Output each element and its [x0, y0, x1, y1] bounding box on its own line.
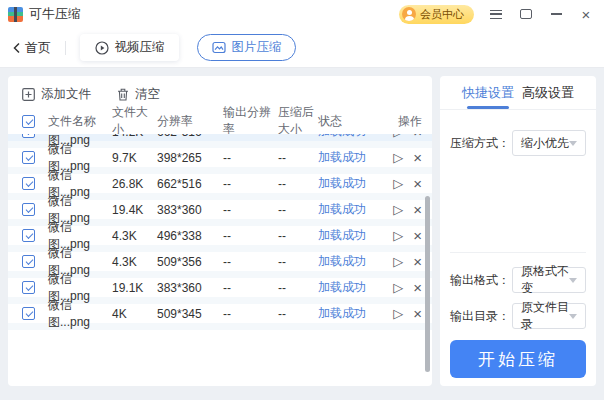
- file-size: 4.3K: [112, 229, 157, 243]
- output-format-value: 原格式不变: [521, 263, 569, 297]
- output-resolution: --: [223, 151, 278, 165]
- file-size: 19.1K: [112, 281, 157, 295]
- row-checkbox[interactable]: [22, 229, 35, 242]
- compressed-size: --: [278, 177, 318, 191]
- member-center-button[interactable]: 会员中心: [399, 5, 474, 24]
- preview-play-icon[interactable]: ▷: [393, 255, 403, 268]
- scrollbar-thumb[interactable]: [425, 196, 430, 372]
- file-resolution: 662*516: [157, 177, 223, 191]
- file-size: 4K: [112, 307, 157, 321]
- minimize-button[interactable]: [548, 6, 564, 22]
- status-link[interactable]: 加载成功: [318, 253, 376, 270]
- remove-file-icon[interactable]: ×: [413, 306, 422, 321]
- remove-file-icon[interactable]: ×: [413, 280, 422, 295]
- image-icon: [212, 41, 226, 54]
- settings-divider: [450, 252, 586, 253]
- preview-play-icon[interactable]: ▷: [393, 281, 403, 294]
- table-row[interactable]: 微信图...png 4K 509*345 -- -- 加载成功 ▷ ×: [8, 304, 432, 330]
- trash-icon: [117, 88, 129, 101]
- status-link[interactable]: 加载成功: [318, 175, 376, 192]
- output-format-select[interactable]: 原格式不变: [512, 267, 586, 293]
- tab-image-compress[interactable]: 图片压缩: [197, 34, 296, 61]
- status-link[interactable]: 加载成功: [318, 201, 376, 218]
- preview-play-icon[interactable]: ▷: [393, 203, 403, 216]
- preview-play-icon[interactable]: ▷: [393, 307, 403, 320]
- app-logo-icon: [8, 7, 23, 22]
- title-bar: 可牛压缩 会员中心 ×: [0, 0, 604, 28]
- app-title: 可牛压缩: [29, 5, 81, 23]
- row-checkbox[interactable]: [22, 255, 35, 268]
- compressed-size: --: [278, 203, 318, 217]
- file-resolution: 383*360: [157, 203, 223, 217]
- remove-file-icon[interactable]: ×: [413, 202, 422, 217]
- preview-play-icon[interactable]: ▷: [393, 134, 403, 138]
- remove-file-icon[interactable]: ×: [413, 150, 422, 165]
- chevron-down-icon: [569, 278, 577, 283]
- file-resolution: 383*360: [157, 281, 223, 295]
- settings-panel: 快捷设置 高级设置 压缩方式： 缩小优先 输出格式： 原格式不变: [440, 76, 596, 386]
- output-resolution: --: [223, 177, 278, 191]
- row-checkbox[interactable]: [22, 281, 35, 294]
- header-output-resolution: 输出分辨率: [223, 104, 278, 138]
- remove-file-icon[interactable]: ×: [413, 176, 422, 191]
- row-checkbox[interactable]: [22, 151, 35, 164]
- nav-bar: 首页 视频压缩 图片压缩: [0, 28, 604, 68]
- back-home-button[interactable]: 首页: [12, 39, 51, 57]
- compressed-size: --: [278, 151, 318, 165]
- add-files-label: 添加文件: [41, 86, 91, 103]
- table-header-row: 文件名称 文件大小 分辨率 输出分辨率 压缩后大小 状态 操作: [8, 108, 432, 134]
- nav-divider: [65, 41, 66, 55]
- output-dir-select[interactable]: 原文件目录: [512, 303, 586, 329]
- video-tab-label: 视频压缩: [115, 39, 165, 56]
- add-files-button[interactable]: 添加文件: [22, 86, 91, 103]
- output-format-field: 输出格式： 原格式不变: [440, 267, 596, 293]
- preview-play-icon[interactable]: ▷: [393, 229, 403, 242]
- feedback-icon[interactable]: [518, 6, 534, 22]
- tab-video-compress[interactable]: 视频压缩: [80, 34, 179, 61]
- row-checkbox[interactable]: [22, 203, 35, 216]
- header-resolution: 分辨率: [157, 113, 223, 130]
- header-status: 状态: [318, 113, 376, 130]
- output-resolution: --: [223, 255, 278, 269]
- status-link[interactable]: 加载成功: [318, 149, 376, 166]
- status-link[interactable]: 加载成功: [318, 227, 376, 244]
- output-resolution: --: [223, 134, 278, 139]
- file-size: 26.8K: [112, 177, 157, 191]
- close-button[interactable]: ×: [578, 6, 594, 22]
- output-dir-value: 原文件目录: [521, 299, 569, 333]
- file-resolution: 509*356: [157, 255, 223, 269]
- preview-play-icon[interactable]: ▷: [393, 177, 403, 190]
- list-toolbar: 添加文件 清空: [8, 76, 432, 108]
- tab-advanced-settings[interactable]: 高级设置: [522, 76, 574, 109]
- header-file-name: 文件名称: [48, 113, 112, 130]
- compress-mode-select[interactable]: 缩小优先: [512, 130, 586, 156]
- remove-file-icon[interactable]: ×: [413, 254, 422, 269]
- row-checkbox[interactable]: [22, 307, 35, 320]
- file-size: 4.3K: [112, 255, 157, 269]
- row-checkbox[interactable]: [22, 134, 35, 138]
- compressed-size: --: [278, 255, 318, 269]
- header-file-size: 文件大小: [112, 104, 157, 138]
- image-tab-label: 图片压缩: [232, 39, 282, 56]
- chevron-left-icon: [12, 42, 21, 54]
- status-link[interactable]: 加载成功: [318, 305, 376, 322]
- file-name: 微信图...png: [48, 297, 112, 331]
- file-resolution: 398*265: [157, 151, 223, 165]
- file-size: 9.7K: [112, 151, 157, 165]
- status-link[interactable]: 加载成功: [318, 134, 376, 140]
- remove-file-icon[interactable]: ×: [413, 134, 422, 139]
- select-all-checkbox[interactable]: [22, 115, 35, 128]
- remove-file-icon[interactable]: ×: [413, 228, 422, 243]
- menu-icon[interactable]: [488, 6, 504, 22]
- file-resolution: 496*338: [157, 229, 223, 243]
- status-link[interactable]: 加载成功: [318, 279, 376, 296]
- header-compressed-size: 压缩后大小: [278, 104, 318, 138]
- clear-button[interactable]: 清空: [117, 86, 160, 103]
- tab-quick-settings[interactable]: 快捷设置: [462, 76, 514, 109]
- start-compress-button[interactable]: 开始压缩: [450, 340, 586, 378]
- compress-mode-value: 缩小优先: [521, 135, 569, 152]
- table-body: 微信图...png 14.2K 662*516 -- -- 加载成功 ▷ × 微…: [8, 134, 432, 386]
- app-window: 可牛压缩 会员中心 × 首页 视频压缩 图片压缩: [0, 0, 604, 400]
- preview-play-icon[interactable]: ▷: [393, 151, 403, 164]
- row-checkbox[interactable]: [22, 177, 35, 190]
